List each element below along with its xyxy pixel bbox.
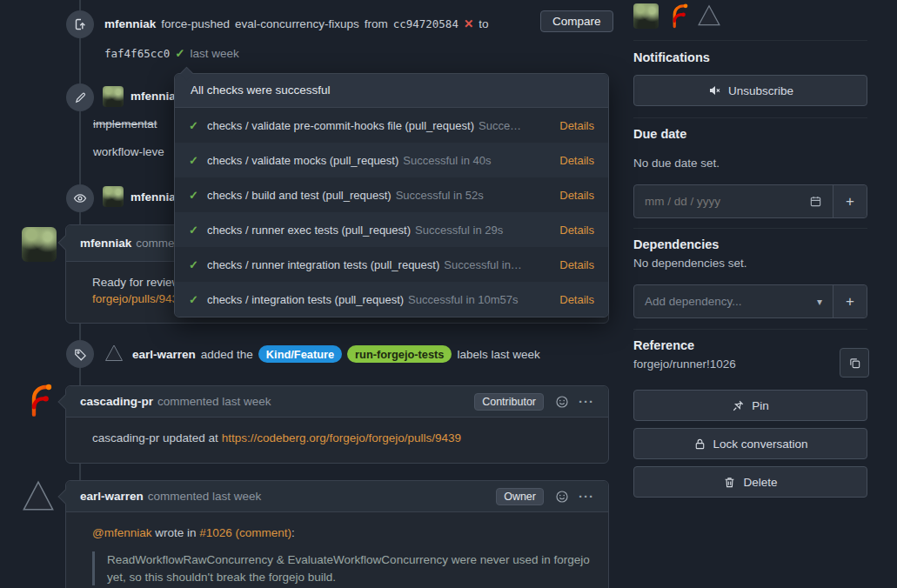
check-row: ✓ checks / build and test (pull_request)…	[175, 177, 608, 212]
comment-author[interactable]: cascading-pr	[80, 395, 153, 408]
due-date-empty-text: No due date set.	[633, 157, 720, 170]
details-link[interactable]: Details	[559, 224, 594, 237]
mention-link[interactable]: @mfenniak	[92, 526, 151, 539]
check-row: ✓ checks / runner integration tests (pul…	[175, 247, 608, 282]
issue-comment-link[interactable]: #1026 (comment)	[199, 526, 291, 539]
sidebar-divider	[633, 329, 867, 330]
mute-icon	[707, 84, 721, 97]
comment-meta: commented last week	[157, 395, 271, 408]
role-badge: Owner	[496, 488, 544, 505]
sidebar-avatar-cascading-pr[interactable]	[665, 3, 691, 31]
details-link[interactable]: Details	[559, 258, 594, 271]
dependencies-heading: Dependencies	[633, 237, 719, 251]
label-kind-feature[interactable]: Kind/Feature	[258, 345, 342, 363]
comment-header: earl-warren commented last week Owner ··…	[66, 481, 608, 512]
lock-conversation-button[interactable]: Lock conversation	[633, 428, 867, 459]
check-name: checks / validate pre-commit-hooks file …	[207, 119, 474, 132]
check-row: ✓ checks / validate mocks (pull_request)…	[175, 143, 608, 177]
comment-menu-button[interactable]: ···	[579, 489, 594, 504]
commit-failed-icon[interactable]: ✕	[464, 17, 473, 30]
comment-author[interactable]: earl-warren	[80, 490, 144, 503]
comment-menu-button[interactable]: ···	[579, 394, 594, 409]
old-commit-hash[interactable]: cc94720584	[393, 17, 459, 30]
check-row: ✓ checks / integration tests (pull_reque…	[175, 282, 608, 317]
branch-name[interactable]: eval-concurrency-fixups	[235, 17, 359, 30]
add-due-date-button[interactable]: +	[833, 185, 867, 217]
delete-button[interactable]: Delete	[633, 466, 867, 498]
comment-body: @mfenniak wrote in #1026 (comment): Read…	[66, 512, 608, 588]
new-commit-hash[interactable]: faf4f65cc0	[104, 47, 170, 60]
dependency-control: Add dependency... ▾ +	[633, 284, 867, 318]
avatar-mfenniak[interactable]	[22, 227, 57, 262]
sidebar-avatar-earl-warren[interactable]	[696, 3, 722, 31]
comment-header: cascading-pr commented last week Contrib…	[66, 386, 608, 418]
copy-reference-button[interactable]	[840, 348, 869, 378]
add-dependency-button[interactable]: +	[833, 285, 867, 317]
review-actor[interactable]: mfennia	[131, 190, 176, 204]
unsubscribe-button[interactable]: Unsubscribe	[633, 75, 867, 106]
check-success-icon: ✓	[189, 224, 198, 237]
add-dependency-select[interactable]: Add dependency... ▾	[634, 285, 833, 317]
trash-icon	[723, 476, 736, 489]
old-title: implementat	[93, 117, 157, 130]
quote-reference-line: @mfenniak wrote in #1026 (comment):	[92, 526, 594, 539]
sidebar-divider	[633, 40, 867, 41]
details-link[interactable]: Details	[559, 119, 594, 132]
pin-button[interactable]: Pin	[633, 390, 867, 421]
check-success-icon: ✓	[189, 119, 198, 132]
check-status: Successful in 40s	[403, 154, 491, 167]
pull-link[interactable]: forgejo/pulls/943	[92, 292, 178, 305]
compare-button[interactable]: Compare	[540, 10, 613, 32]
emoji-reaction-button[interactable]	[555, 490, 569, 504]
avatar-earl-warren[interactable]	[104, 343, 124, 364]
calendar-icon[interactable]	[809, 195, 822, 208]
check-row: ✓ checks / runner exec tests (pull_reque…	[175, 212, 608, 247]
details-link[interactable]: Details	[559, 189, 594, 202]
commit-success-icon[interactable]: ✓	[175, 46, 184, 60]
check-status: Successful in 52s	[396, 189, 484, 202]
emoji-reaction-button[interactable]	[555, 395, 569, 409]
comment-text: cascading-pr updated at	[92, 431, 218, 444]
reference-heading: Reference	[633, 338, 694, 352]
comment-meta: commented last week	[148, 490, 262, 503]
checks-popup: All checks were successful ✓ checks / va…	[174, 73, 609, 317]
quoted-text: ReadWorkflowRawConcurrency & EvaluateWor…	[92, 551, 597, 585]
check-name: checks / runner exec tests (pull_request…	[207, 224, 411, 237]
actor-name[interactable]: mfenniak	[104, 17, 156, 30]
avatar-cascading-pr[interactable]	[21, 383, 56, 420]
event-time: last week	[191, 47, 239, 60]
avatar-earl-warren[interactable]	[21, 478, 56, 513]
notifications-heading: Notifications	[633, 50, 710, 64]
due-date-input[interactable]	[645, 195, 802, 208]
check-success-icon: ✓	[189, 189, 198, 202]
new-title: workflow-leve	[93, 145, 164, 158]
tag-icon	[66, 340, 94, 368]
reference-value: forgejo/runner!1026	[633, 357, 736, 371]
role-badge: Contributor	[474, 393, 544, 411]
pin-icon	[732, 399, 745, 412]
check-status: Successful in 29s	[415, 224, 503, 237]
label-run-forgejo-tests[interactable]: run-forgejo-tests	[347, 345, 452, 363]
check-row: ✓ checks / validate pre-commit-hooks fil…	[175, 108, 608, 143]
check-name: checks / runner integration tests (pull_…	[207, 258, 439, 271]
pencil-icon	[66, 84, 94, 111]
avatar-mfenniak[interactable]	[103, 186, 124, 207]
actor-name[interactable]: earl-warren	[132, 348, 196, 361]
comment-author[interactable]: mfenniak	[80, 237, 131, 250]
force-push-event-line2: faf4f65cc0 ✓ last week	[104, 46, 239, 60]
title-change-actor[interactable]: mfennia	[131, 90, 176, 103]
checks-popup-title: All checks were successful	[175, 74, 608, 108]
avatar-mfenniak[interactable]	[103, 86, 124, 107]
check-name: checks / validate mocks (pull_request)	[207, 154, 398, 167]
details-link[interactable]: Details	[559, 293, 594, 306]
check-status: Successful in…	[444, 258, 522, 271]
codeberg-pull-link[interactable]: https://codeberg.org/forgejo/forgejo/pul…	[222, 431, 461, 444]
due-date-control: +	[633, 184, 867, 218]
comment-cascading-pr: cascading-pr commented last week Contrib…	[65, 385, 609, 464]
details-link[interactable]: Details	[559, 154, 594, 167]
sidebar-avatar-mfenniak[interactable]	[633, 3, 659, 29]
check-success-icon: ✓	[189, 293, 198, 306]
force-push-icon	[66, 10, 94, 38]
labels-event: earl-warren added the Kind/Feature run-f…	[132, 345, 540, 363]
comment-body: cascading-pr updated at https://codeberg…	[66, 418, 608, 458]
